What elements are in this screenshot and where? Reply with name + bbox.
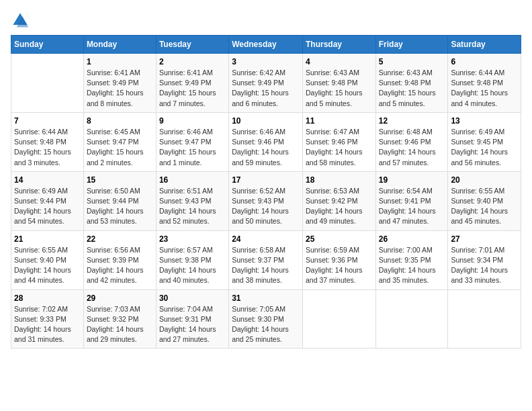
calendar-cell: 14Sunrise: 6:49 AM Sunset: 9:44 PM Dayli… [11,171,84,230]
calendar-cell: 22Sunrise: 6:56 AM Sunset: 9:39 PM Dayli… [83,230,156,289]
weekday-tuesday: Tuesday [156,36,228,54]
cell-info: Sunrise: 6:50 AM Sunset: 9:44 PM Dayligh… [87,186,153,227]
weekday-friday: Friday [375,36,448,54]
calendar-cell: 21Sunrise: 6:55 AM Sunset: 9:40 PM Dayli… [11,230,84,289]
day-number: 9 [159,116,226,126]
calendar-cell [375,289,448,349]
calendar-cell: 24Sunrise: 6:58 AM Sunset: 9:37 PM Dayli… [229,230,303,289]
day-number: 15 [87,175,153,185]
logo [11,11,32,30]
calendar-cell: 23Sunrise: 6:57 AM Sunset: 9:38 PM Dayli… [156,230,228,289]
calendar-cell: 29Sunrise: 7:03 AM Sunset: 9:32 PM Dayli… [83,289,156,349]
day-number: 3 [232,57,300,66]
week-row-1: 1Sunrise: 6:41 AM Sunset: 9:49 PM Daylig… [11,54,521,113]
day-number: 5 [379,57,445,66]
cell-info: Sunrise: 6:48 AM Sunset: 9:46 PM Dayligh… [379,127,445,168]
cell-info: Sunrise: 7:01 AM Sunset: 9:34 PM Dayligh… [451,245,518,286]
cell-info: Sunrise: 6:46 AM Sunset: 9:47 PM Dayligh… [159,127,226,168]
day-number: 31 [232,293,300,303]
calendar-cell: 20Sunrise: 6:55 AM Sunset: 9:40 PM Dayli… [448,171,521,230]
calendar-table: SundayMondayTuesdayWednesdayThursdayFrid… [11,35,521,349]
weekday-saturday: Saturday [448,36,521,54]
cell-info: Sunrise: 6:45 AM Sunset: 9:47 PM Dayligh… [87,127,153,168]
calendar-cell: 25Sunrise: 6:59 AM Sunset: 9:36 PM Dayli… [302,230,375,289]
day-number: 10 [232,116,300,126]
cell-info: Sunrise: 6:55 AM Sunset: 9:40 PM Dayligh… [14,245,81,286]
weekday-sunday: Sunday [11,36,84,54]
cell-info: Sunrise: 6:43 AM Sunset: 9:48 PM Dayligh… [306,68,373,109]
calendar-body: 1Sunrise: 6:41 AM Sunset: 9:49 PM Daylig… [11,54,521,349]
cell-info: Sunrise: 6:57 AM Sunset: 9:38 PM Dayligh… [159,245,226,286]
cell-info: Sunrise: 7:05 AM Sunset: 9:30 PM Dayligh… [232,304,300,345]
calendar-cell: 17Sunrise: 6:52 AM Sunset: 9:43 PM Dayli… [229,171,303,230]
calendar-cell: 18Sunrise: 6:53 AM Sunset: 9:42 PM Dayli… [302,171,375,230]
week-row-5: 28Sunrise: 7:02 AM Sunset: 9:33 PM Dayli… [11,289,521,349]
calendar-cell: 26Sunrise: 7:00 AM Sunset: 9:35 PM Dayli… [375,230,448,289]
day-number: 21 [14,234,81,244]
calendar-cell: 3Sunrise: 6:42 AM Sunset: 9:49 PM Daylig… [229,54,303,113]
page-header [11,11,521,30]
calendar-cell: 15Sunrise: 6:50 AM Sunset: 9:44 PM Dayli… [83,171,156,230]
cell-info: Sunrise: 6:44 AM Sunset: 9:48 PM Dayligh… [451,68,518,109]
cell-info: Sunrise: 6:42 AM Sunset: 9:49 PM Dayligh… [232,68,300,109]
cell-info: Sunrise: 6:59 AM Sunset: 9:36 PM Dayligh… [306,245,373,286]
day-number: 18 [306,175,373,185]
calendar-cell: 6Sunrise: 6:44 AM Sunset: 9:48 PM Daylig… [448,54,521,113]
day-number: 29 [87,293,153,303]
day-number: 13 [451,116,518,126]
cell-info: Sunrise: 6:44 AM Sunset: 9:48 PM Dayligh… [14,127,81,168]
day-number: 27 [451,234,518,244]
cell-info: Sunrise: 6:47 AM Sunset: 9:46 PM Dayligh… [306,127,373,168]
calendar-cell [302,289,375,349]
day-number: 17 [232,175,300,185]
cell-info: Sunrise: 7:03 AM Sunset: 9:32 PM Dayligh… [87,304,153,345]
calendar-cell: 8Sunrise: 6:45 AM Sunset: 9:47 PM Daylig… [83,112,156,171]
cell-info: Sunrise: 6:56 AM Sunset: 9:39 PM Dayligh… [87,245,153,286]
calendar-cell: 5Sunrise: 6:43 AM Sunset: 9:48 PM Daylig… [375,54,448,113]
calendar-cell: 11Sunrise: 6:47 AM Sunset: 9:46 PM Dayli… [302,112,375,171]
day-number: 19 [379,175,445,185]
cell-info: Sunrise: 6:54 AM Sunset: 9:41 PM Dayligh… [379,186,445,227]
calendar-cell [448,289,521,349]
cell-info: Sunrise: 6:51 AM Sunset: 9:43 PM Dayligh… [159,186,226,227]
cell-info: Sunrise: 7:02 AM Sunset: 9:33 PM Dayligh… [14,304,81,345]
day-number: 25 [306,234,373,244]
calendar-cell: 13Sunrise: 6:49 AM Sunset: 9:45 PM Dayli… [448,112,521,171]
day-number: 28 [14,293,81,303]
cell-info: Sunrise: 6:49 AM Sunset: 9:45 PM Dayligh… [451,127,518,168]
day-number: 14 [14,175,81,185]
cell-info: Sunrise: 7:04 AM Sunset: 9:31 PM Dayligh… [159,304,226,345]
cell-info: Sunrise: 7:00 AM Sunset: 9:35 PM Dayligh… [379,245,445,286]
calendar-cell: 28Sunrise: 7:02 AM Sunset: 9:33 PM Dayli… [11,289,84,349]
weekday-row: SundayMondayTuesdayWednesdayThursdayFrid… [11,36,521,54]
calendar-cell: 19Sunrise: 6:54 AM Sunset: 9:41 PM Dayli… [375,171,448,230]
day-number: 1 [87,57,153,66]
cell-info: Sunrise: 6:53 AM Sunset: 9:42 PM Dayligh… [306,186,373,227]
calendar-cell [11,54,84,113]
weekday-wednesday: Wednesday [229,36,303,54]
logo-icon [11,11,30,30]
week-row-3: 14Sunrise: 6:49 AM Sunset: 9:44 PM Dayli… [11,171,521,230]
cell-info: Sunrise: 6:52 AM Sunset: 9:43 PM Dayligh… [232,186,300,227]
calendar-cell: 16Sunrise: 6:51 AM Sunset: 9:43 PM Dayli… [156,171,228,230]
calendar-header: SundayMondayTuesdayWednesdayThursdayFrid… [11,36,521,54]
day-number: 4 [306,57,373,66]
cell-info: Sunrise: 6:55 AM Sunset: 9:40 PM Dayligh… [451,186,518,227]
calendar-cell: 31Sunrise: 7:05 AM Sunset: 9:30 PM Dayli… [229,289,303,349]
day-number: 20 [451,175,518,185]
day-number: 2 [159,57,226,66]
cell-info: Sunrise: 6:46 AM Sunset: 9:46 PM Dayligh… [232,127,300,168]
day-number: 12 [379,116,445,126]
week-row-2: 7Sunrise: 6:44 AM Sunset: 9:48 PM Daylig… [11,112,521,171]
calendar-cell: 7Sunrise: 6:44 AM Sunset: 9:48 PM Daylig… [11,112,84,171]
calendar-cell: 30Sunrise: 7:04 AM Sunset: 9:31 PM Dayli… [156,289,228,349]
day-number: 7 [14,116,81,126]
calendar-cell: 27Sunrise: 7:01 AM Sunset: 9:34 PM Dayli… [448,230,521,289]
week-row-4: 21Sunrise: 6:55 AM Sunset: 9:40 PM Dayli… [11,230,521,289]
cell-info: Sunrise: 6:58 AM Sunset: 9:37 PM Dayligh… [232,245,300,286]
cell-info: Sunrise: 6:41 AM Sunset: 9:49 PM Dayligh… [87,68,153,109]
calendar-cell: 4Sunrise: 6:43 AM Sunset: 9:48 PM Daylig… [302,54,375,113]
cell-info: Sunrise: 6:43 AM Sunset: 9:48 PM Dayligh… [379,68,445,109]
day-number: 8 [87,116,153,126]
cell-info: Sunrise: 6:49 AM Sunset: 9:44 PM Dayligh… [14,186,81,227]
